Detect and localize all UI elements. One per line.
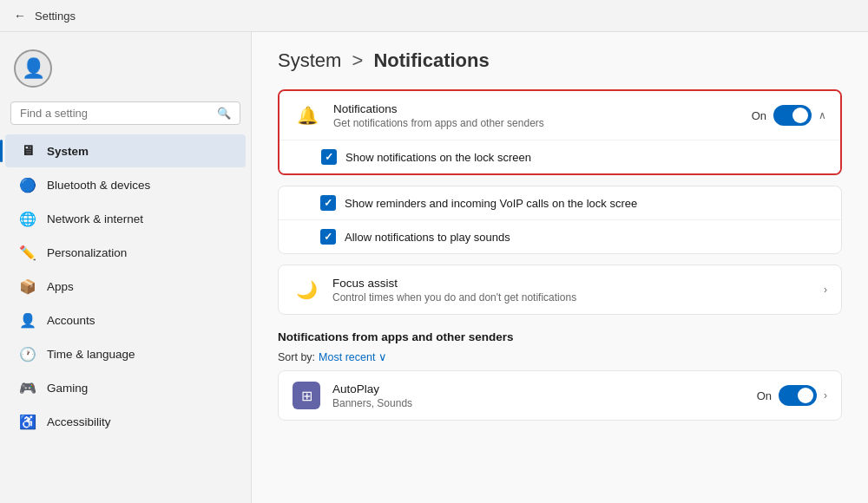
notifications-text: Notifications Get notifications from app… xyxy=(333,102,740,129)
sidebar-item-gaming[interactable]: 🎮 Gaming xyxy=(5,371,246,404)
autoplay-toggle-label: On xyxy=(757,389,772,402)
checkbox-reminders[interactable]: ✓ xyxy=(320,195,336,211)
content-area: System > Notifications 🔔 Notifications G… xyxy=(252,32,868,503)
notifications-toggle-label: On xyxy=(752,109,766,122)
sidebar: 👤 🔍 🖥 System 🔵 Bluetooth & devices 🌐 Net… xyxy=(0,32,252,503)
bluetooth-icon: 🔵 xyxy=(19,176,36,193)
from-apps-section: Notifications from apps and other sender… xyxy=(278,325,842,370)
reminders-label: Show reminders and incoming VoIP calls o… xyxy=(345,197,637,210)
time-icon: 🕐 xyxy=(19,345,36,363)
page-header: System > Notifications xyxy=(278,49,842,72)
avatar: 👤 xyxy=(14,49,52,88)
checkbox-row-lockscreen: ✓ Show notifications on the lock screen xyxy=(279,140,840,173)
focus-assist-row: 🌙 Focus assist Control times when you do… xyxy=(279,265,841,314)
sidebar-user: 👤 xyxy=(0,41,251,101)
sidebar-item-label-accessibility: Accessibility xyxy=(47,415,111,428)
network-icon: 🌐 xyxy=(19,210,36,227)
focus-assist-title: Focus assist xyxy=(332,277,812,290)
check-mark: ✓ xyxy=(325,151,333,163)
personalization-icon: ✏️ xyxy=(19,244,36,261)
notifications-toggle[interactable] xyxy=(773,105,812,126)
avatar-icon: 👤 xyxy=(22,57,45,80)
autoplay-chevron-icon[interactable]: › xyxy=(824,389,827,402)
sidebar-item-label-personalization: Personalization xyxy=(47,246,127,259)
sidebar-item-time[interactable]: 🕐 Time & language xyxy=(5,337,246,370)
sidebar-item-label-bluetooth: Bluetooth & devices xyxy=(47,179,150,192)
title-bar-label: Settings xyxy=(35,10,76,23)
notifications-title: Notifications xyxy=(333,102,740,115)
check-mark-reminders: ✓ xyxy=(324,197,332,209)
breadcrumb-separator: > xyxy=(352,49,363,71)
sidebar-item-label-accounts: Accounts xyxy=(47,314,95,327)
sort-value[interactable]: Most recent ∨ xyxy=(319,350,387,363)
autoplay-title: AutoPlay xyxy=(332,382,745,395)
focus-assist-chevron-icon[interactable]: › xyxy=(824,284,827,296)
autoplay-card: ⊞ AutoPlay Banners, Sounds On › xyxy=(278,370,842,421)
sidebar-item-label-apps: Apps xyxy=(47,280,74,293)
sidebar-item-apps[interactable]: 📦 Apps xyxy=(5,270,246,303)
autoplay-action: On › xyxy=(757,385,827,406)
back-icon[interactable]: ← xyxy=(14,9,26,23)
accounts-icon: 👤 xyxy=(19,311,36,329)
search-icon: 🔍 xyxy=(217,107,231,120)
sounds-label: Allow notifications to play sounds xyxy=(345,231,510,244)
sidebar-item-label-gaming: Gaming xyxy=(47,382,88,395)
sidebar-item-bluetooth[interactable]: 🔵 Bluetooth & devices xyxy=(5,168,246,201)
sidebar-item-network[interactable]: 🌐 Network & internet xyxy=(5,202,246,235)
sidebar-item-accounts[interactable]: 👤 Accounts xyxy=(5,304,246,336)
checkbox-row-sounds: ✓ Allow notifications to play sounds xyxy=(279,220,841,253)
notifications-action: On ∧ xyxy=(752,105,826,126)
focus-assist-text: Focus assist Control times when you do a… xyxy=(332,277,812,304)
focus-assist-subtitle: Control times when you do and don't get … xyxy=(332,291,812,304)
sidebar-item-accessibility[interactable]: ♿ Accessibility xyxy=(5,405,246,438)
autoplay-icon: ⊞ xyxy=(293,382,320,409)
sort-row: Sort by: Most recent ∨ xyxy=(278,347,842,370)
sidebar-item-label-time: Time & language xyxy=(47,348,135,361)
title-bar: ← Settings xyxy=(0,0,868,32)
autoplay-row: ⊞ AutoPlay Banners, Sounds On › xyxy=(279,371,841,420)
checkbox-sounds[interactable]: ✓ xyxy=(320,229,336,245)
from-apps-heading: Notifications from apps and other sender… xyxy=(278,325,842,347)
sidebar-item-personalization[interactable]: ✏️ Personalization xyxy=(5,236,246,269)
notifications-extra-card: ✓ Show reminders and incoming VoIP calls… xyxy=(278,186,842,254)
focus-assist-card: 🌙 Focus assist Control times when you do… xyxy=(278,265,842,315)
main-layout: 👤 🔍 🖥 System 🔵 Bluetooth & devices 🌐 Net… xyxy=(0,32,868,503)
notifications-subtitle: Get notifications from apps and other se… xyxy=(333,117,740,129)
moon-icon: 🌙 xyxy=(293,276,320,304)
accessibility-icon: ♿ xyxy=(19,413,36,430)
page-title: Notifications xyxy=(373,49,489,71)
search-input[interactable] xyxy=(20,107,210,120)
sidebar-item-label-network: Network & internet xyxy=(47,212,143,225)
autoplay-text: AutoPlay Banners, Sounds xyxy=(332,382,745,409)
gaming-icon: 🎮 xyxy=(19,379,36,396)
notifications-highlight-wrapper: 🔔 Notifications Get notifications from a… xyxy=(278,89,842,175)
apps-icon: 📦 xyxy=(19,278,36,295)
search-box[interactable]: 🔍 xyxy=(10,101,240,125)
system-icon: 🖥 xyxy=(19,142,36,160)
autoplay-subtitle: Banners, Sounds xyxy=(332,397,745,409)
breadcrumb-system: System xyxy=(278,49,341,71)
checkbox-row-reminders: ✓ Show reminders and incoming VoIP calls… xyxy=(279,186,841,220)
checkbox-lockscreen[interactable]: ✓ xyxy=(321,149,337,165)
lockscreen-label: Show notifications on the lock screen xyxy=(345,151,531,164)
nav-items-container: 🖥 System 🔵 Bluetooth & devices 🌐 Network… xyxy=(0,134,251,439)
sidebar-item-label-system: System xyxy=(47,145,89,158)
check-mark-sounds: ✓ xyxy=(324,231,332,243)
bell-icon: 🔔 xyxy=(293,101,321,129)
chevron-up-icon[interactable]: ∧ xyxy=(819,109,826,121)
sidebar-item-system[interactable]: 🖥 System xyxy=(5,134,246,167)
autoplay-toggle[interactable] xyxy=(779,385,817,406)
notifications-main-row: 🔔 Notifications Get notifications from a… xyxy=(279,91,840,140)
sort-label: Sort by: xyxy=(278,351,315,363)
focus-assist-action: › xyxy=(824,284,827,296)
